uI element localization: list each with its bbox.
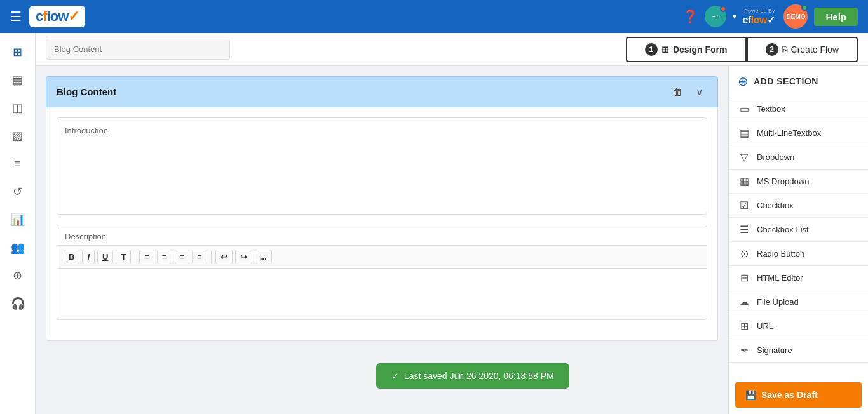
panel-item-file-upload-label: File Upload: [757, 297, 799, 307]
panel-item-radio[interactable]: ⊙ Radio Button: [729, 242, 868, 266]
radio-icon: ⊙: [738, 248, 750, 260]
sidebar-item-calendar[interactable]: ◫: [5, 95, 31, 121]
demo-label: DEMO: [786, 13, 805, 20]
right-panel: ⊕ ADD SECTION ▭ Textbox ▤ Multi-LineText…: [728, 66, 868, 414]
tab-design-form-num: 1: [645, 43, 658, 56]
panel-item-signature[interactable]: ✒ Signature: [729, 338, 868, 363]
toolbar-underline[interactable]: U: [97, 250, 113, 264]
toolbar-align-left[interactable]: ≡: [139, 250, 154, 264]
field-introduction-textarea[interactable]: [65, 140, 699, 204]
sidebar-item-users[interactable]: 👥: [5, 235, 31, 260]
sidebar-item-support[interactable]: 🎧: [5, 291, 31, 316]
textbox-icon: ▭: [738, 103, 750, 115]
logo: cflow✓: [29, 6, 85, 27]
save-draft-button[interactable]: 💾 Save as Draft: [735, 382, 862, 408]
panel-item-html-editor-label: HTML Editor: [757, 273, 803, 283]
toolbar-align-center[interactable]: ≡: [157, 250, 172, 264]
file-upload-icon: ☁: [738, 296, 750, 308]
save-icon: 💾: [745, 390, 756, 400]
add-section-icon: ⊕: [738, 74, 749, 89]
right-panel-items: ▭ Textbox ▤ Multi-LineTextbox ▽ Dropdown…: [729, 97, 868, 376]
panel-item-multiline[interactable]: ▤ Multi-LineTextbox: [729, 121, 868, 145]
section-blog-content: Blog Content 🗑 ∨ Introduction: [46, 76, 718, 341]
delete-section-button[interactable]: 🗑: [669, 85, 687, 99]
panel-item-checkbox-label: Checkbox: [757, 201, 794, 210]
tab-create-flow-icon: ⎘: [782, 44, 787, 55]
panel-item-signature-label: Signature: [757, 345, 792, 355]
panel-item-dropdown[interactable]: ▽ Dropdown: [729, 145, 868, 170]
sidebar-item-add[interactable]: ⊕: [5, 263, 31, 288]
powered-logo: cflow✓: [743, 14, 775, 26]
section-actions: 🗑 ∨: [669, 84, 707, 99]
sidebar-item-image[interactable]: ▨: [5, 123, 31, 149]
toolbar-undo[interactable]: ↩: [215, 250, 233, 264]
demo-dot: [801, 4, 808, 11]
powered-by: Powered By cflow✓: [743, 8, 775, 26]
field-introduction: Introduction: [57, 117, 707, 215]
toolbar-bold[interactable]: B: [64, 250, 79, 264]
dropdown-icon: ▽: [738, 151, 750, 163]
panel-item-ms-dropdown-label: MS Dropdown: [757, 177, 809, 186]
toolbar-sep-2: [211, 251, 212, 264]
panel-item-multiline-label: Multi-LineTextbox: [757, 128, 821, 138]
sidebar-item-history[interactable]: ↺: [5, 179, 31, 204]
sidebar-item-reports[interactable]: 📊: [5, 207, 31, 232]
panel-item-file-upload[interactable]: ☁ File Upload: [729, 290, 868, 314]
panel-item-url-label: URL: [757, 321, 773, 331]
tab-create-flow-num: 2: [766, 43, 778, 56]
menu-icon[interactable]: ☰: [10, 9, 22, 24]
panel-item-dropdown-label: Dropdown: [757, 152, 794, 162]
section-body: Introduction Description B I U T: [46, 107, 718, 341]
collapse-section-button[interactable]: ∨: [692, 84, 707, 99]
panel-item-checkbox-list[interactable]: ☰ Checkbox List: [729, 218, 868, 242]
signature-icon: ✒: [738, 344, 750, 356]
sidebar-item-list[interactable]: ≡: [5, 151, 31, 177]
navbar-right: ❓ ~ ▾ Powered By cflow✓ DEMO Help: [682, 4, 858, 29]
help-button[interactable]: Help: [814, 8, 858, 26]
main-layout: ⊞ ▦ ◫ ▨ ≡ ↺ 📊 👥 ⊕ 🎧 1 ⊞ Design Form 2 ⎘: [0, 33, 868, 414]
panel-item-textbox[interactable]: ▭ Textbox: [729, 97, 868, 121]
navbar: ☰ cflow✓ ❓ ~ ▾ Powered By cflow✓ DEMO He…: [0, 0, 868, 33]
save-draft-label: Save as Draft: [761, 390, 818, 400]
tab-group: 1 ⊞ Design Form 2 ⎘ Create Flow: [626, 37, 858, 62]
avatar-dot: [720, 6, 726, 12]
tab-create-flow[interactable]: 2 ⎘ Create Flow: [747, 37, 858, 62]
demo-avatar[interactable]: DEMO: [783, 4, 808, 29]
dropdown-arrow-icon[interactable]: ▾: [733, 12, 736, 21]
help-circle-icon[interactable]: ❓: [682, 9, 698, 24]
sidebar-item-grid[interactable]: ▦: [5, 67, 31, 93]
field-description-label: Description: [57, 225, 707, 246]
add-section-title: ADD SECTION: [754, 76, 818, 86]
toolbar-more[interactable]: ...: [255, 250, 272, 264]
form-canvas: Blog Content 🗑 ∨ Introduction: [36, 66, 728, 414]
rich-content-editor[interactable]: [57, 269, 707, 319]
sidebar: ⊞ ▦ ◫ ▨ ≡ ↺ 📊 👥 ⊕ 🎧: [0, 33, 36, 414]
toolbar-justify[interactable]: ≡: [192, 250, 207, 264]
checkbox-icon: ☑: [738, 199, 750, 211]
panel-item-url[interactable]: ⊞ URL: [729, 314, 868, 338]
logo-text: cflow✓: [36, 8, 79, 25]
toolbar-text[interactable]: T: [116, 250, 131, 264]
toolbar-redo[interactable]: ↪: [235, 250, 252, 264]
header-bar: 1 ⊞ Design Form 2 ⎘ Create Flow: [36, 33, 868, 66]
toast-notification: ✓ Last saved Jun 26 2020, 06:18:58 PM: [376, 363, 569, 389]
panel-item-html-editor[interactable]: ⊟ HTML Editor: [729, 266, 868, 290]
logo-box: cflow✓: [29, 6, 85, 27]
tab-design-form[interactable]: 1 ⊞ Design Form: [626, 37, 747, 62]
form-title-input[interactable]: [46, 39, 230, 60]
builder-area: Blog Content 🗑 ∨ Introduction: [36, 66, 868, 414]
panel-item-radio-label: Radio Button: [757, 249, 804, 258]
toolbar-italic[interactable]: I: [82, 250, 95, 264]
panel-item-checkbox-list-label: Checkbox List: [757, 225, 809, 234]
html-editor-icon: ⊟: [738, 272, 750, 284]
tab-design-form-icon: ⊞: [661, 44, 669, 55]
url-icon: ⊞: [738, 320, 750, 332]
toolbar-align-right[interactable]: ≡: [175, 250, 190, 264]
avatar[interactable]: ~: [705, 6, 726, 27]
panel-item-ms-dropdown[interactable]: ▦ MS Dropdown: [729, 170, 868, 194]
sidebar-item-dashboard[interactable]: ⊞: [5, 39, 31, 65]
tab-create-flow-label: Create Flow: [791, 44, 839, 55]
panel-item-checkbox[interactable]: ☑ Checkbox: [729, 194, 868, 218]
tab-design-form-label: Design Form: [673, 44, 728, 55]
checkbox-list-icon: ☰: [738, 224, 750, 236]
